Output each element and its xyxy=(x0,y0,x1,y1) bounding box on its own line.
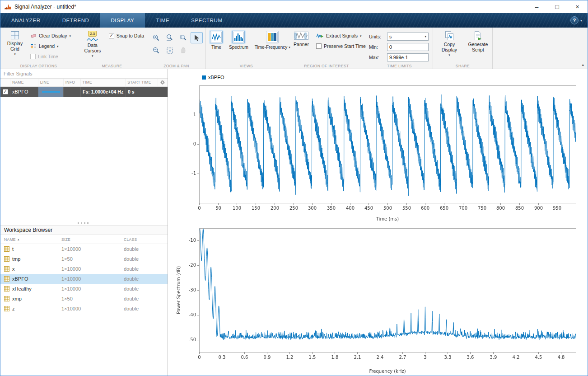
time-view-button[interactable]: Time xyxy=(209,30,224,61)
units-select[interactable]: s ▾ xyxy=(387,33,429,41)
signal-line-swatch xyxy=(38,87,64,97)
pointer-tool-button[interactable] xyxy=(191,32,203,43)
legend-button[interactable]: Legend ▾ xyxy=(30,42,71,50)
time-frequency-view-button[interactable]: Time-Frequency ▾ xyxy=(253,30,292,61)
maximize-button[interactable]: □ xyxy=(547,0,567,13)
panner-button[interactable]: Panner xyxy=(290,30,313,61)
collapse-ribbon-button[interactable]: ▴ xyxy=(582,62,584,67)
min-time-input[interactable] xyxy=(387,43,429,51)
pan-hand-icon xyxy=(180,47,187,54)
signal-row[interactable]: ✓xBPFOFs: 1.0000e+04 Hz0 s xyxy=(0,87,168,97)
copy-display-button[interactable]: Copy Display ▾ xyxy=(436,30,463,61)
extract-signals-button[interactable]: Extract Signals ▾ xyxy=(316,32,366,40)
link-time-checkbox[interactable]: Link Time xyxy=(30,52,71,61)
pan-button[interactable] xyxy=(177,45,189,56)
workspace-header-class[interactable]: CLASS xyxy=(124,237,160,242)
workspace-header: NAME ▲ SIZE CLASS xyxy=(0,235,168,244)
variable-icon xyxy=(4,266,9,272)
fit-to-view-button[interactable] xyxy=(163,45,176,56)
table-settings-button[interactable] xyxy=(158,79,168,86)
time-plot-canvas[interactable] xyxy=(175,85,581,223)
header-line: LINE xyxy=(38,79,64,86)
variable-class: double xyxy=(124,276,160,282)
variable-class: double xyxy=(124,256,160,262)
variable-icon xyxy=(4,246,9,252)
snap-to-data-checkbox[interactable]: ✓ Snap to Data xyxy=(109,32,144,40)
workspace-row[interactable]: tmp1×50double xyxy=(0,254,168,264)
variable-class: double xyxy=(124,296,160,301)
zoom-in-button[interactable] xyxy=(150,32,162,43)
variable-size: 1×10000 xyxy=(61,276,124,282)
splitter-grip-icon xyxy=(78,222,90,224)
clear-display-button[interactable]: Clear Display ▾ xyxy=(30,32,71,40)
workspace-header-size[interactable]: SIZE xyxy=(61,237,124,242)
workspace-row[interactable]: xmp1×50double xyxy=(0,294,168,304)
signal-checkbox[interactable]: ✓ xyxy=(0,87,10,97)
toolstrip-tabbar: ANALYZERDETRENDDISPLAYTIMESPECTRUM ? ▾ xyxy=(0,13,588,28)
display-grid-icon xyxy=(10,31,19,40)
workspace-row[interactable]: x1×10000double xyxy=(0,264,168,274)
workspace-row[interactable]: t1×10000double xyxy=(0,244,168,254)
close-button[interactable]: × xyxy=(567,0,588,13)
section-label: SHARE xyxy=(433,64,492,68)
preserve-start-time-checkbox[interactable]: Preserve Start Time xyxy=(316,42,366,50)
legend-swatch-icon xyxy=(202,75,206,80)
tab-spectrum[interactable]: SPECTRUM xyxy=(180,13,233,28)
copy-display-label: Copy Display xyxy=(437,42,462,52)
tab-detrend[interactable]: DETREND xyxy=(51,13,100,28)
tab-analyzer[interactable]: ANALYZER xyxy=(0,13,51,28)
window-controls: – □ × xyxy=(527,0,588,13)
tab-time[interactable]: TIME xyxy=(145,13,180,28)
chevron-down-icon: ▾ xyxy=(360,34,362,38)
max-time-input[interactable] xyxy=(387,53,429,61)
section-display-options: Display Grid ▾ Clear Display ▾ xyxy=(0,28,77,69)
workspace-row[interactable]: z1×10000double xyxy=(0,304,168,314)
panner-label: Panner xyxy=(294,42,309,47)
matlab-logo-icon xyxy=(4,3,11,10)
data-cursors-button[interactable]: 2.5 Data Cursors ▾ xyxy=(80,30,105,61)
zoom-out-button[interactable] xyxy=(150,45,162,56)
help-icon[interactable]: ? xyxy=(570,16,579,24)
section-label: MEASURE xyxy=(77,64,147,68)
spectrum-plot-canvas[interactable] xyxy=(175,226,581,376)
gear-icon xyxy=(160,80,165,85)
zoom-in-icon xyxy=(152,34,160,42)
section-label: DISPLAY OPTIONS xyxy=(0,64,77,68)
titlebar: Signal Analyzer - untitled* – □ × xyxy=(0,0,588,13)
time-view-label: Time xyxy=(211,45,221,50)
variable-name: xBPFO xyxy=(0,276,61,282)
signal-rows: ✓xBPFOFs: 1.0000e+04 Hz0 s xyxy=(0,87,168,97)
section-time-limits: Units: s ▾ Min: Max: TIME LIMITS xyxy=(366,28,433,69)
variable-icon xyxy=(4,256,9,262)
data-cursors-label: Data Cursors xyxy=(81,42,104,53)
header-checkbox-cell xyxy=(0,79,10,86)
workspace-row[interactable]: xHealthy1×10000double xyxy=(0,284,168,294)
copy-display-icon xyxy=(445,31,454,41)
section-views: Time Spectrum xyxy=(206,28,287,69)
units-label: Units: xyxy=(369,34,384,39)
zoom-y-button[interactable] xyxy=(177,32,189,43)
spectrum-view-button[interactable]: Spectrum xyxy=(228,30,250,61)
time-frequency-view-label: Time-Frequency xyxy=(255,45,287,50)
checkbox-icon xyxy=(316,43,322,49)
display-grid-button[interactable]: Display Grid ▾ xyxy=(3,30,27,61)
variable-icon xyxy=(4,276,9,282)
workspace-header-name[interactable]: NAME ▲ xyxy=(0,237,61,242)
minimize-button[interactable]: – xyxy=(527,0,547,13)
workspace-row[interactable]: xBPFO1×10000double xyxy=(0,274,168,284)
help-menu[interactable]: ? ▾ xyxy=(570,13,588,28)
chevron-down-icon: ▾ xyxy=(57,45,59,48)
generate-script-button[interactable]: Generate Script xyxy=(467,30,490,61)
preserve-start-time-label: Preserve Start Time xyxy=(324,43,366,49)
variable-name: xHealthy xyxy=(0,286,61,291)
section-label: REGION OF INTEREST xyxy=(287,64,366,68)
variable-name: xmp xyxy=(0,296,61,301)
zoom-x-button[interactable] xyxy=(163,32,176,43)
variable-icon xyxy=(4,296,9,301)
variable-class: double xyxy=(124,246,160,252)
tab-display[interactable]: DISPLAY xyxy=(100,13,145,28)
signal-table-header: NAME LINE INFO TIME START TIME xyxy=(0,79,168,87)
panel-splitter[interactable] xyxy=(0,221,168,225)
signal-start-time: 0 s xyxy=(126,87,159,97)
filter-signals-input[interactable] xyxy=(0,70,168,79)
